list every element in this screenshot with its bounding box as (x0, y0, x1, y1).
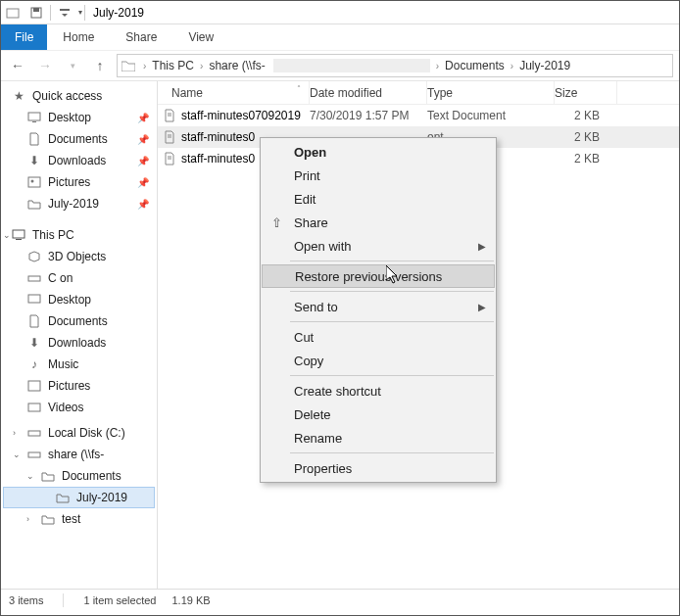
svg-rect-11 (28, 295, 40, 303)
ctx-copy[interactable]: Copy (261, 349, 496, 372)
pin-icon: 📌 (137, 156, 149, 166)
label: Downloads (48, 336, 106, 350)
forward-button[interactable]: → (34, 58, 56, 73)
svg-rect-5 (32, 121, 36, 122)
file-type: Text Document (427, 109, 555, 122)
expand-caret-icon[interactable]: › (26, 514, 29, 524)
sidebar-tree-documents[interactable]: ⌄ Documents (1, 465, 157, 487)
this-pc-header[interactable]: ⌄ This PC (1, 224, 157, 246)
sidebar-videos[interactable]: Videos (1, 397, 157, 418)
pin-icon: 📌 (137, 134, 149, 145)
caret-down-icon[interactable]: ▾ (78, 8, 82, 17)
svg-rect-6 (28, 177, 40, 187)
chevron-right-icon[interactable]: › (198, 61, 205, 71)
chevron-right-icon[interactable]: › (141, 61, 148, 71)
svg-rect-14 (28, 431, 40, 436)
ctx-sendto[interactable]: Send to▶ (261, 295, 496, 318)
share-tab[interactable]: Share (110, 24, 172, 50)
sidebar-sharedrive[interactable]: ⌄ share (\\fs- (1, 444, 157, 465)
back-button[interactable]: ← (7, 58, 28, 73)
separator (290, 452, 494, 453)
sidebar-pictures2[interactable]: Pictures (1, 375, 157, 397)
crumb-share[interactable]: share (\\fs- (205, 59, 268, 72)
file-tab[interactable]: File (1, 24, 47, 50)
chevron-right-icon[interactable]: › (509, 61, 515, 71)
col-name[interactable]: Name˄ (158, 81, 310, 104)
sidebar-documents[interactable]: Documents 📌 (1, 128, 157, 150)
sidebar-music[interactable]: ♪ Music (1, 354, 157, 375)
svg-rect-8 (13, 230, 24, 238)
svg-point-7 (31, 180, 34, 183)
expand-caret-icon[interactable]: ⌄ (26, 471, 34, 481)
col-date[interactable]: Date modified (310, 81, 427, 104)
label: Pictures (48, 175, 90, 189)
quick-access-header[interactable]: ★ Quick access (1, 85, 157, 107)
file-size: 2 KB (555, 130, 617, 144)
file-name: staff-minutes07092019 (181, 109, 310, 122)
svg-rect-15 (28, 452, 40, 457)
separator (290, 261, 494, 261)
document-icon (26, 314, 42, 328)
ctx-rename[interactable]: Rename (261, 426, 496, 450)
label: share (\\fs- (48, 448, 104, 461)
redacted-segment (273, 59, 430, 72)
status-size: 1.19 KB (171, 594, 210, 606)
pictures-icon (26, 176, 42, 188)
crumb-current[interactable]: July-2019 (515, 59, 574, 72)
sidebar-pictures[interactable]: Pictures 📌 (1, 171, 157, 193)
ctx-share[interactable]: ⇧ Share (261, 211, 496, 234)
drive-icon (26, 273, 42, 283)
quick-save-icon[interactable] (28, 5, 44, 21)
folder-icon (26, 198, 42, 210)
sidebar-tree-july[interactable]: July-2019 (3, 487, 155, 508)
ctx-openwith[interactable]: Open with▶ (261, 234, 496, 258)
chevron-right-icon[interactable]: › (434, 61, 441, 71)
label: Downloads (48, 154, 106, 167)
recent-dropdown[interactable]: ▾ (62, 61, 83, 71)
col-type[interactable]: Type (427, 81, 555, 104)
svg-rect-2 (33, 8, 39, 12)
network-drive-icon (26, 450, 42, 459)
ctx-edit[interactable]: Edit (261, 187, 496, 211)
label: July-2019 (76, 491, 127, 504)
ctx-delete[interactable]: Delete (261, 403, 496, 426)
file-row[interactable]: staff-minutes07092019 7/30/2019 1:57 PM … (158, 105, 679, 126)
sidebar-localdisk[interactable]: › Local Disk (C:) (1, 422, 157, 444)
qat-customize-icon[interactable] (57, 5, 73, 21)
file-date: 7/30/2019 1:57 PM (310, 109, 427, 122)
expand-caret-icon[interactable]: › (13, 428, 16, 438)
sidebar-3dobjects[interactable]: 3D Objects (1, 246, 157, 267)
ctx-open[interactable]: Open (261, 140, 496, 164)
sidebar-downloads[interactable]: ⬇ Downloads 📌 (1, 150, 157, 171)
svg-rect-4 (28, 113, 40, 120)
sidebar-con[interactable]: C on (1, 267, 157, 289)
ctx-print[interactable]: Print (261, 164, 496, 187)
folder-icon (121, 60, 137, 71)
sidebar-downloads2[interactable]: ⬇ Downloads (1, 332, 157, 354)
folder-icon (40, 513, 56, 525)
ribbon-tabs: File Home Share View (1, 24, 679, 50)
crumb-thispc[interactable]: This PC (148, 59, 198, 72)
expand-caret-icon[interactable]: ⌄ (13, 450, 21, 459)
sidebar-july[interactable]: July-2019 📌 (1, 193, 157, 214)
folder-icon (55, 492, 71, 503)
cube-icon (26, 251, 42, 262)
navigation-pane[interactable]: ★ Quick access Desktop 📌 Documents 📌 ⬇ D… (1, 81, 158, 589)
ctx-cut[interactable]: Cut (261, 325, 496, 349)
label: Videos (48, 401, 83, 414)
ctx-properties[interactable]: Properties (261, 456, 496, 480)
sidebar-desktop2[interactable]: Desktop (1, 289, 157, 310)
sidebar-tree-test[interactable]: › test (1, 508, 157, 530)
ctx-shortcut[interactable]: Create shortcut (261, 379, 496, 403)
address-bar[interactable]: › This PC › share (\\fs- › Documents › J… (117, 54, 673, 77)
view-tab[interactable]: View (172, 24, 229, 50)
up-button[interactable]: ↑ (89, 58, 111, 73)
crumb-documents[interactable]: Documents (441, 59, 509, 72)
col-size[interactable]: Size (555, 81, 617, 104)
expand-caret-icon[interactable]: ⌄ (3, 230, 11, 240)
ctx-restore-previous[interactable]: Restore previous versions (262, 264, 495, 288)
sidebar-desktop[interactable]: Desktop 📌 (1, 107, 157, 128)
home-tab[interactable]: Home (47, 24, 110, 50)
sidebar-documents2[interactable]: Documents (1, 310, 157, 332)
file-size: 2 KB (555, 152, 617, 166)
